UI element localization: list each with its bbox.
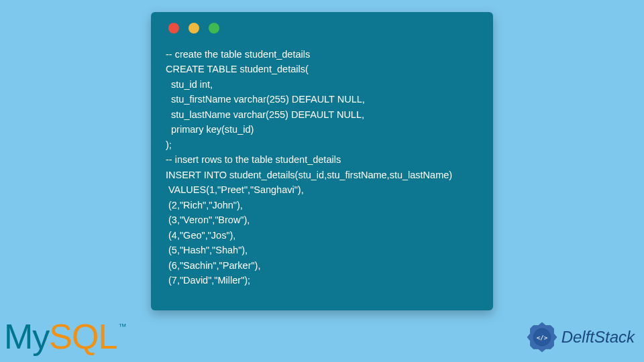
svg-text:</>: </>	[536, 334, 547, 341]
window-controls	[166, 23, 478, 34]
code-window: -- create the table student_details CREA…	[151, 12, 493, 310]
mysql-logo-tm: ™	[118, 322, 125, 331]
delftstack-logo: </> DelftStack	[527, 322, 635, 353]
mysql-logo: MySQL™	[4, 316, 124, 357]
mysql-logo-sql: SQL	[49, 317, 117, 356]
code-block: -- create the table student_details CREA…	[166, 47, 478, 288]
delftstack-icon: </>	[527, 322, 557, 353]
mysql-logo-my: My	[4, 317, 49, 356]
close-icon	[168, 23, 179, 34]
delftstack-label: DelftStack	[561, 328, 635, 347]
minimize-icon	[189, 23, 199, 34]
maximize-icon	[209, 23, 219, 34]
